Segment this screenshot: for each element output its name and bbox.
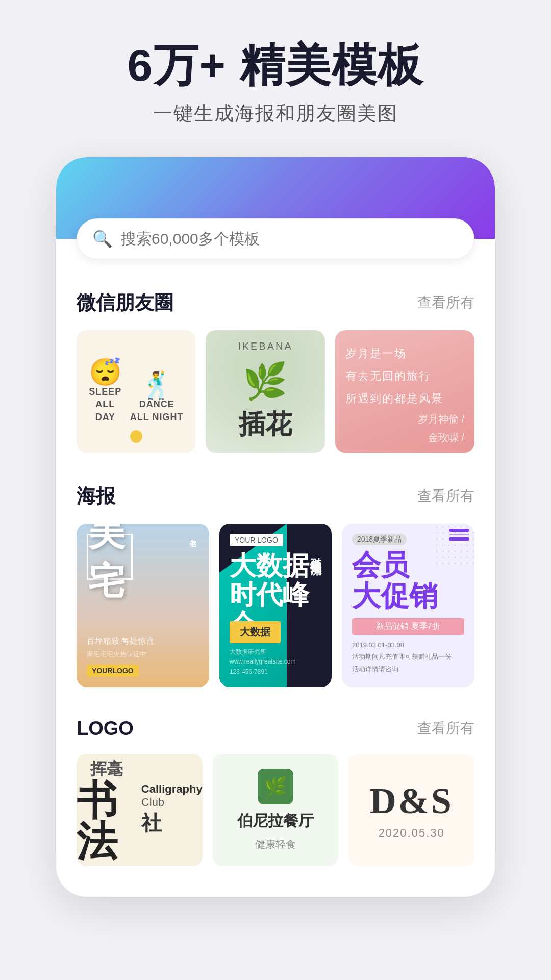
restaurant-icon: 🌿 <box>258 769 293 804</box>
ds-date: 2020.05.30 <box>379 826 445 840</box>
logo-section: LOGO 查看所有 挥毫 书法 Calligraphy Club 社 <box>56 718 495 866</box>
poster-template-grid: 美宅 尽美宅宅宅宅宅 百坪精致 每处惊喜 家宅宅宅火热认证中 YOURLOGO <box>77 524 474 687</box>
deco-bar-1 <box>449 529 469 532</box>
logo-card-ds[interactable]: D&S 2020.05.30 <box>348 754 474 866</box>
calligraphy-big-zh: 书法 <box>77 780 137 862</box>
poster-section-header: 海报 查看所有 <box>77 483 474 509</box>
logo-card-restaurant[interactable]: 🌿 伯尼拉餐厅 健康轻食 <box>213 754 339 866</box>
search-icon: 🔍 <box>92 229 113 249</box>
restaurant-name: 伯尼拉餐厅 <box>237 811 314 831</box>
poster2-cta: 大数据 <box>230 621 281 643</box>
sleep-text: SLEEPALLDAY <box>89 385 122 424</box>
poster1-yourlogo: YOURLOGO <box>87 665 139 677</box>
yellow-dot <box>130 430 142 443</box>
calligraphy-en1: Calligraphy <box>141 782 203 796</box>
poster-card-meizhai[interactable]: 美宅 尽美宅宅宅宅宅 百坪精致 每处惊喜 家宅宅宅火热认证中 YOURLOGO <box>77 524 209 687</box>
hero-subtitle: 一键生成海报和朋友圈美图 <box>128 101 424 127</box>
logo-section-header: LOGO 查看所有 <box>77 718 474 740</box>
search-bar[interactable]: 🔍 <box>77 218 474 259</box>
brush-text: 挥毫 <box>90 758 123 780</box>
poster3-deco-bars <box>449 529 469 541</box>
poster1-brand: 百坪精致 每处惊喜 家宅宅宅火热认证中 <box>87 634 199 660</box>
ikebana-en: IKEBANA <box>238 340 293 352</box>
wechat-card-sleep-dance[interactable]: 😴 SLEEPALLDAY 🕺 DANCEALL NIGHT <box>77 330 195 453</box>
restaurant-sub: 健康轻食 <box>255 838 296 851</box>
phone-card: 🔍 微信朋友圈 查看所有 😴 SLEEPALLDAY <box>56 157 495 897</box>
wechat-section-header: 微信朋友圈 查看所有 <box>77 290 474 316</box>
dance-character: 🕺 DANCEALL NIGHT <box>130 372 184 424</box>
wechat-card-poem[interactable]: 岁月是一场 有去无回的旅行 所遇到的都是风景 岁月神偷 /金玫嵘 / <box>335 330 474 453</box>
logo-section-title: LOGO <box>77 718 134 740</box>
dance-text: DANCEALL NIGHT <box>130 398 184 424</box>
page-container: 6万+ 精美模板 一键生成海报和朋友圈美图 🔍 微信朋友圈 查看所有 😴 <box>0 0 551 980</box>
poster1-bottom: 百坪精致 每处惊喜 家宅宅宅火热认证中 YOURLOGO <box>87 634 199 677</box>
deco-bar-3 <box>449 537 469 541</box>
search-input[interactable] <box>121 230 459 248</box>
sleep-character: 😴 SLEEPALLDAY <box>89 359 122 424</box>
poster3-pink-bar: 新品促销 夏季7折 <box>352 618 464 635</box>
deco-bar-2 <box>449 534 469 535</box>
calligraphy-en2: Club <box>141 796 203 809</box>
poem-author: 岁月神偷 /金玫嵘 / <box>345 410 464 447</box>
poster1-logo-bar: YOURLOGO <box>87 665 199 677</box>
calligraphy-she: 社 <box>141 809 203 837</box>
wechat-section-title: 微信朋友圈 <box>77 290 173 316</box>
ikebana-zh: 插花 <box>239 407 292 443</box>
ds-logo-text: D&S <box>370 780 454 822</box>
hero-section: 6万+ 精美模板 一键生成海报和朋友圈美图 <box>97 41 455 127</box>
poem-lines: 岁月是一场 有去无回的旅行 所遇到的都是风景 <box>345 342 464 410</box>
wechat-view-all[interactable]: 查看所有 <box>417 293 474 312</box>
poster-section-title: 海报 <box>77 483 115 509</box>
poster3-details: 2019.03.01-03.08 活动期间凡充值即可获赠礼品一份 活动详情请咨询 <box>352 639 464 675</box>
poster-view-all[interactable]: 查看所有 <box>417 486 474 506</box>
poster2-bottom: 大数据 大数据研究所 www.reallygreatsite.com 123-4… <box>230 621 321 677</box>
calligraphy-left: 挥毫 书法 <box>77 758 137 862</box>
wechat-card-ikebana[interactable]: 🌿 IKEBANA 插花 <box>206 330 324 453</box>
poster1-title-text: 美宅 <box>87 534 133 580</box>
calligraphy-right: Calligraphy Club 社 <box>141 782 203 837</box>
logo-card-calligraphy[interactable]: 挥毫 书法 Calligraphy Club 社 <box>77 754 203 866</box>
hero-title: 6万+ 精美模板 <box>128 41 424 90</box>
poster2-info: 大数据研究所 www.reallygreatsite.com 123-456-7… <box>230 647 321 677</box>
poster-card-summit[interactable]: YOUR LOGO 大数据时代峰会 引领科技潮流 大数据 大数据研究所 www.… <box>219 524 332 687</box>
logo-view-all[interactable]: 查看所有 <box>417 719 474 738</box>
poster-section: 海报 查看所有 美宅 尽美宅宅宅宅宅 百坪精致 每处惊喜 家宅宅宅火热认证中 Y… <box>56 483 495 687</box>
wechat-template-grid: 😴 SLEEPALLDAY 🕺 DANCEALL NIGHT 🌿 IKEBANA <box>77 330 474 453</box>
poster3-tag: 2018夏季新品 <box>352 534 407 545</box>
logo-template-grid: 挥毫 书法 Calligraphy Club 社 🌿 伯尼拉餐厅 健康 <box>77 754 474 866</box>
poster-card-member[interactable]: 2018夏季新品 会员大促销 新品促销 夏季7折 2019.03.01-03.0… <box>342 524 474 687</box>
wechat-section: 微信朋友圈 查看所有 😴 SLEEPALLDAY 🕺 DANCEALL NIGH… <box>56 290 495 453</box>
calligraphy-content: 挥毫 书法 Calligraphy Club 社 <box>77 758 203 862</box>
sleep-dance-content: 😴 SLEEPALLDAY 🕺 DANCEALL NIGHT <box>89 359 184 424</box>
poster2-logo: YOUR LOGO <box>230 534 283 546</box>
